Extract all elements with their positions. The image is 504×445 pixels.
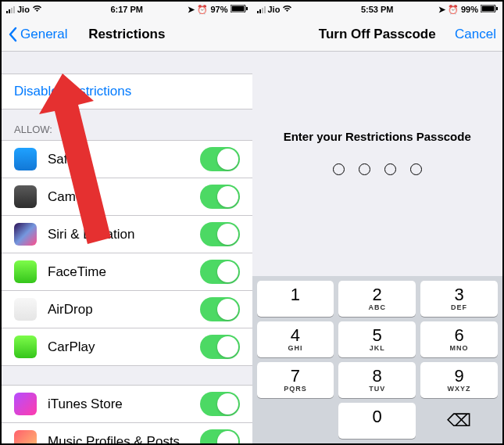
- toggle-switch[interactable]: [200, 429, 240, 443]
- toggle-switch[interactable]: [200, 185, 240, 209]
- page-title: Restrictions: [88, 27, 165, 42]
- keypad-blank: [257, 403, 334, 439]
- key-letters: PQRS: [284, 385, 307, 393]
- backspace-icon: ⌫: [447, 411, 471, 431]
- key-letters: [294, 303, 297, 311]
- key-letters: [376, 425, 379, 433]
- allow-row-facetime: FaceTime: [2, 253, 252, 291]
- key-number: 2: [373, 286, 382, 303]
- status-bar: Jio 6:17 PM ➤ ⏰ 97%: [2, 2, 252, 17]
- battery-icon: [481, 5, 498, 14]
- app-label: iTunes Store: [48, 397, 200, 412]
- app-label: Safari: [48, 152, 200, 167]
- app-icon: [14, 260, 37, 283]
- app-label: CarPlay: [48, 339, 200, 355]
- keypad-key-0[interactable]: 0: [338, 403, 416, 439]
- toggle-switch[interactable]: [200, 147, 240, 171]
- svg-rect-2: [246, 7, 248, 10]
- allow-group-2: iTunes StoreMusic Profiles & PostsiBooks…: [2, 385, 252, 443]
- app-label: Camera: [48, 189, 200, 205]
- toggle-switch[interactable]: [200, 392, 240, 416]
- status-right: ➤ ⏰ 99%: [438, 5, 498, 15]
- key-letters: MNO: [450, 344, 469, 352]
- key-number: 0: [373, 408, 382, 425]
- status-left: Jio: [6, 5, 42, 14]
- alarm-icon: ⏰: [448, 5, 459, 15]
- key-letters: GHI: [288, 344, 302, 352]
- passcode-dot: [410, 163, 422, 175]
- svg-rect-5: [482, 6, 495, 12]
- keypad-delete[interactable]: ⌫: [420, 403, 498, 439]
- nav-bar: General Restrictions: [2, 17, 252, 52]
- cancel-button[interactable]: Cancel: [455, 27, 496, 42]
- toggle-switch[interactable]: [200, 335, 240, 359]
- allow-row-carplay: CarPlay: [2, 328, 252, 366]
- status-time: 6:17 PM: [110, 5, 143, 14]
- allow-row-camera: Camera: [2, 178, 252, 216]
- app-label: Music Profiles & Posts: [48, 434, 200, 444]
- nav-bar: Turn Off Passcode Cancel: [252, 17, 503, 52]
- key-letters: TUV: [369, 385, 385, 393]
- phone-left-restrictions: Jio 6:17 PM ➤ ⏰ 97% General Restrictions…: [2, 2, 252, 443]
- allow-group-1: SafariCameraSiri & DictationFaceTimeAirD…: [2, 140, 252, 366]
- toggle-switch[interactable]: [200, 260, 240, 284]
- page-title: Turn Off Passcode: [319, 27, 436, 42]
- svg-rect-1: [231, 6, 244, 12]
- signal-icon: [257, 5, 266, 13]
- carrier-label: Jio: [17, 5, 30, 14]
- keypad-key-8[interactable]: 8TUV: [338, 362, 416, 398]
- location-icon: ➤: [188, 5, 195, 15]
- keypad-key-2[interactable]: 2ABC: [338, 281, 416, 317]
- keypad-key-7[interactable]: 7PQRS: [257, 362, 334, 398]
- key-number: 7: [291, 368, 300, 385]
- key-number: 6: [454, 327, 463, 344]
- app-label: FaceTime: [48, 264, 200, 280]
- key-number: 5: [373, 327, 382, 344]
- wifi-icon: [282, 5, 292, 14]
- carrier-label: Jio: [268, 5, 281, 14]
- app-icon: [14, 185, 37, 208]
- allow-row-itunes-store: iTunes Store: [2, 385, 252, 423]
- key-number: 4: [291, 327, 300, 344]
- key-number: 9: [454, 368, 463, 385]
- group-separator: [2, 366, 252, 385]
- signal-icon: [6, 5, 15, 13]
- app-icon: [14, 336, 37, 358]
- passcode-prompt: Enter your Restrictions Passcode: [284, 130, 471, 143]
- battery-pct: 99%: [461, 5, 478, 14]
- keypad-key-9[interactable]: 9WXYZ: [420, 362, 498, 398]
- app-label: Siri & Dictation: [48, 227, 200, 242]
- section-header-allow: ALLOW:: [2, 109, 252, 140]
- disable-restrictions-link[interactable]: Disable Restrictions: [2, 74, 252, 109]
- app-icon: [14, 223, 37, 246]
- key-letters: ABC: [368, 303, 386, 311]
- keypad-key-1[interactable]: 1: [257, 281, 334, 317]
- passcode-dot: [333, 163, 345, 175]
- back-button[interactable]: General: [8, 27, 67, 42]
- keypad-key-5[interactable]: 5JKL: [338, 321, 416, 357]
- location-icon: ➤: [438, 5, 445, 15]
- status-left: Jio: [257, 5, 293, 14]
- numeric-keypad: 1 2ABC3DEF4GHI5JKL6MNO7PQRS8TUV9WXYZ0 ⌫: [252, 276, 503, 443]
- app-icon: [14, 148, 37, 170]
- toggle-switch[interactable]: [200, 222, 240, 246]
- allow-row-music-profiles-posts: Music Profiles & Posts: [2, 423, 252, 443]
- keypad-key-4[interactable]: 4GHI: [257, 321, 334, 357]
- alarm-icon: ⏰: [197, 5, 208, 15]
- keypad-key-6[interactable]: 6MNO: [420, 321, 498, 357]
- svg-rect-6: [496, 7, 498, 10]
- key-letters: WXYZ: [448, 385, 471, 393]
- allow-row-airdrop: AirDrop: [2, 291, 252, 328]
- allow-row-siri-dictation: Siri & Dictation: [2, 216, 252, 253]
- status-right: ➤ ⏰ 97%: [188, 5, 247, 15]
- key-letters: JKL: [370, 344, 385, 352]
- key-number: 3: [454, 286, 463, 303]
- phone-right-passcode: Jio 5:53 PM ➤ ⏰ 99% Turn Off Passcode Ca…: [252, 2, 503, 443]
- passcode-dots: [333, 163, 422, 175]
- toggle-switch[interactable]: [200, 297, 240, 321]
- passcode-dot: [359, 163, 370, 175]
- key-letters: DEF: [451, 303, 467, 311]
- app-icon: [14, 298, 37, 321]
- keypad-key-3[interactable]: 3DEF: [420, 281, 498, 317]
- back-label: General: [20, 27, 67, 42]
